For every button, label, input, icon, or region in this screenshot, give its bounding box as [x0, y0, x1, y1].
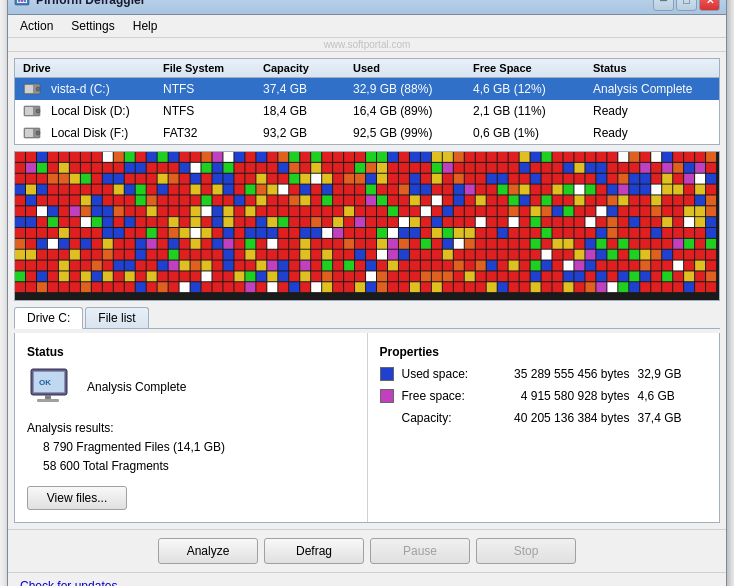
used-space-gb: 32,9 GB: [638, 367, 688, 381]
panel-right: Properties Used space: 35 289 555 456 by…: [368, 333, 720, 523]
col-header-fs: File System: [159, 61, 259, 75]
capacity-row: Capacity: 40 205 136 384 bytes 37,4 GB: [380, 411, 708, 425]
status-computer-icon: OK: [27, 367, 75, 407]
menu-settings[interactable]: Settings: [63, 17, 122, 35]
drive-list-header: Drive File System Capacity Used Free Spa…: [15, 59, 719, 78]
disk-map-canvas: [15, 152, 719, 300]
drive-list: Drive File System Capacity Used Free Spa…: [14, 58, 720, 145]
capacity-bytes: 40 205 136 384 bytes: [500, 411, 630, 425]
capacity-label: Capacity:: [402, 411, 492, 425]
stop-button[interactable]: Stop: [476, 538, 576, 564]
analyze-button[interactable]: Analyze: [158, 538, 258, 564]
disk-map: [14, 151, 720, 301]
drive-name-d: Local Disk (D:): [19, 102, 159, 120]
status-section-title: Status: [27, 345, 355, 359]
svg-rect-12: [25, 129, 33, 137]
app-icon: [14, 0, 30, 8]
drive-icon-c: [23, 82, 43, 96]
col-header-capacity: Capacity: [259, 61, 349, 75]
col-header-drive: Drive: [19, 61, 159, 75]
used-space-row: Used space: 35 289 555 456 bytes 32,9 GB: [380, 367, 708, 381]
fragmented-files: 8 790 Fragmented Files (14,1 GB): [43, 438, 355, 457]
svg-rect-17: [37, 399, 59, 402]
bottom-bar: Check for updates...: [8, 572, 726, 586]
svg-rect-3: [18, 0, 20, 2]
svg-rect-4: [24, 0, 26, 2]
window-title: Piriform Defraggler: [36, 0, 145, 7]
menu-action[interactable]: Action: [12, 17, 61, 35]
drive-icon-f: [23, 126, 43, 140]
svg-rect-6: [25, 85, 33, 93]
free-space-gb: 4,6 GB: [638, 389, 688, 403]
minimize-button[interactable]: ─: [653, 0, 674, 11]
watermark: www.softportal.com: [8, 38, 726, 52]
used-space-color-box: [380, 367, 394, 381]
titlebar-left: Piriform Defraggler: [14, 0, 145, 8]
drive-row[interactable]: Local Disk (D:) NTFS 18,4 GB 16,4 GB (89…: [15, 100, 719, 122]
status-content: OK Analysis Complete: [27, 367, 355, 407]
drive-name-f: Local Disk (F:): [19, 124, 159, 142]
defrag-button[interactable]: Defrag: [264, 538, 364, 564]
tabs-container: Drive C: File list: [14, 307, 720, 329]
drive-row[interactable]: vista-d (C:) NTFS 37,4 GB 32,9 GB (88%) …: [15, 78, 719, 100]
info-panel: Status OK Analysis Complete Analysis res…: [14, 333, 720, 524]
main-window: Piriform Defraggler ─ □ ✕ Action Setting…: [7, 0, 727, 586]
svg-text:OK: OK: [39, 378, 51, 387]
free-space-label: Free space:: [402, 389, 492, 403]
total-fragments: 58 600 Total Fragments: [43, 457, 355, 476]
menubar: Action Settings Help: [8, 15, 726, 38]
free-space-row: Free space: 4 915 580 928 bytes 4,6 GB: [380, 389, 708, 403]
used-space-label: Used space:: [402, 367, 492, 381]
analysis-results: Analysis results: 8 790 Fragmented Files…: [27, 419, 355, 477]
free-space-bytes: 4 915 580 928 bytes: [500, 389, 630, 403]
properties-title: Properties: [380, 345, 708, 359]
svg-point-7: [36, 87, 40, 91]
col-header-free: Free Space: [469, 61, 589, 75]
maximize-button[interactable]: □: [676, 0, 697, 11]
close-button[interactable]: ✕: [699, 0, 720, 11]
drive-name-c: vista-d (C:): [19, 80, 159, 98]
col-header-used: Used: [349, 61, 469, 75]
pause-button[interactable]: Pause: [370, 538, 470, 564]
footer-buttons: Analyze Defrag Pause Stop: [8, 529, 726, 572]
panel-left: Status OK Analysis Complete Analysis res…: [15, 333, 368, 523]
svg-rect-16: [45, 395, 51, 399]
col-header-status: Status: [589, 61, 715, 75]
titlebar: Piriform Defraggler ─ □ ✕: [8, 0, 726, 15]
check-updates-link[interactable]: Check for updates...: [14, 575, 133, 586]
capacity-gb: 37,4 GB: [638, 411, 688, 425]
menu-help[interactable]: Help: [125, 17, 166, 35]
svg-point-13: [36, 131, 40, 135]
svg-point-10: [36, 109, 40, 113]
svg-rect-9: [25, 107, 33, 115]
analysis-label: Analysis results:: [27, 419, 355, 438]
drive-icon-d: [23, 104, 43, 118]
status-text: Analysis Complete: [87, 380, 186, 394]
window-controls: ─ □ ✕: [653, 0, 720, 11]
tab-file-list[interactable]: File list: [85, 307, 148, 328]
tab-drive-c[interactable]: Drive C:: [14, 307, 83, 329]
view-files-button[interactable]: View files...: [27, 486, 127, 510]
used-space-bytes: 35 289 555 456 bytes: [500, 367, 630, 381]
drive-row[interactable]: Local Disk (F:) FAT32 93,2 GB 92,5 GB (9…: [15, 122, 719, 144]
free-space-color-box: [380, 389, 394, 403]
